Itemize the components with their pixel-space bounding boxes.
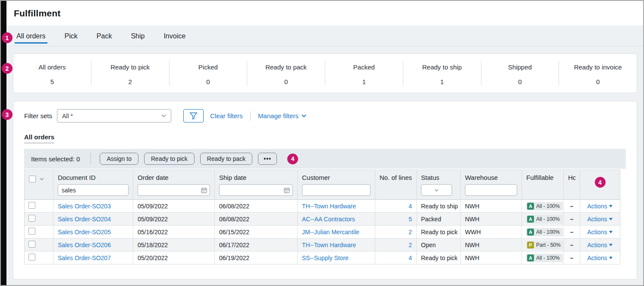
customer-link[interactable]: AC--AA Contractors bbox=[302, 216, 355, 223]
more-actions-button[interactable]: ••• bbox=[258, 153, 277, 165]
kpi-ready-to-pack[interactable]: Ready to pack 0 bbox=[247, 61, 325, 86]
document-id-link[interactable]: Sales Order-SO203 bbox=[58, 203, 111, 210]
row-checkbox[interactable] bbox=[28, 254, 35, 261]
column-header-status[interactable]: Status bbox=[417, 170, 461, 200]
ship-date-filter-input[interactable] bbox=[219, 184, 293, 196]
caret-down-icon bbox=[609, 257, 613, 259]
tab-pick[interactable]: Pick bbox=[64, 32, 79, 46]
kpi-value: 2 bbox=[91, 78, 169, 85]
warehouse-cell: WWH bbox=[461, 226, 522, 239]
warehouse-cell: NWH bbox=[461, 213, 522, 226]
actions-dropdown[interactable]: Actions bbox=[587, 242, 613, 248]
ship-date-cell: 06/08/2022 bbox=[215, 213, 298, 226]
order-date-filter-input[interactable] bbox=[138, 184, 210, 196]
lines-link[interactable]: 2 bbox=[408, 229, 412, 236]
kpi-picked[interactable]: Picked 0 bbox=[169, 61, 247, 86]
customer-link[interactable]: TH--Town Hardware bbox=[302, 203, 356, 210]
customer-link[interactable]: JM--Julian Mercantile bbox=[302, 229, 359, 236]
row-checkbox[interactable] bbox=[28, 241, 35, 248]
ready-to-pick-button[interactable]: Ready to pick bbox=[144, 153, 195, 165]
annotation-badge-4: 4 bbox=[595, 177, 606, 188]
warehouse-filter-input[interactable] bbox=[465, 184, 517, 196]
tab-invoice[interactable]: Invoice bbox=[163, 32, 186, 46]
chevron-down-icon bbox=[161, 114, 166, 117]
caret-down-icon bbox=[609, 218, 613, 220]
chevron-down-icon[interactable] bbox=[40, 178, 44, 180]
calendar-icon[interactable] bbox=[201, 187, 207, 193]
document-id-link[interactable]: Sales Order-SO205 bbox=[58, 229, 111, 236]
row-checkbox[interactable] bbox=[28, 215, 35, 222]
order-date-cell: 05/09/2022 bbox=[133, 200, 215, 213]
kpi-value: 0 bbox=[481, 78, 559, 85]
column-header-warehouse[interactable]: Warehouse bbox=[461, 170, 522, 200]
tab-all-orders[interactable]: All orders bbox=[16, 32, 47, 46]
filter-funnel-button[interactable] bbox=[183, 109, 204, 123]
document-id-link[interactable]: Sales Order-SO207 bbox=[58, 255, 111, 261]
lines-link[interactable]: 2 bbox=[408, 242, 412, 248]
status-cell: Ready to pick bbox=[417, 226, 461, 239]
grid-title-all-orders: All orders bbox=[24, 133, 54, 143]
actions-dropdown[interactable]: Actions bbox=[587, 216, 613, 223]
kpi-packed[interactable]: Packed 1 bbox=[325, 61, 403, 86]
clear-filters-link[interactable]: Clear filters bbox=[210, 112, 243, 119]
actions-dropdown[interactable]: Actions bbox=[587, 203, 613, 210]
column-header-hold[interactable]: Hold bbox=[564, 170, 580, 200]
hold-cell: – bbox=[564, 200, 580, 213]
document-id-link[interactable]: Sales Order-SO206 bbox=[58, 242, 111, 248]
kpi-summary-card: All orders 5 Ready to pick 2 Picked 0 Re… bbox=[13, 53, 637, 93]
page-title: Fulfillment bbox=[14, 8, 60, 19]
assign-to-button[interactable]: Assign to bbox=[100, 153, 138, 165]
hold-cell: – bbox=[564, 213, 580, 226]
manage-filters-label: Manage filters bbox=[258, 112, 298, 119]
table-row: Sales Order-SO204 05/09/2022 06/08/2022 … bbox=[25, 213, 620, 226]
kpi-ready-to-ship[interactable]: Ready to ship 1 bbox=[403, 61, 481, 86]
kpi-value: 0 bbox=[247, 78, 325, 85]
calendar-icon[interactable] bbox=[284, 187, 290, 193]
lines-link[interactable]: 4 bbox=[408, 255, 412, 261]
row-checkbox[interactable] bbox=[28, 228, 35, 235]
manage-filters-link[interactable]: Manage filters bbox=[258, 112, 306, 119]
document-id-filter-input[interactable] bbox=[58, 184, 129, 196]
select-all-checkbox[interactable] bbox=[29, 176, 36, 182]
row-checkbox[interactable] bbox=[28, 202, 35, 209]
kpi-value: 1 bbox=[325, 78, 403, 85]
fulfillment-screen: 1 2 3 Fulfillment All orders Pick Pack S… bbox=[0, 0, 644, 286]
customer-link[interactable]: SS--Supply Store bbox=[302, 255, 349, 261]
column-header-fulfillable[interactable]: Fulfillable bbox=[522, 170, 564, 200]
column-header-customer[interactable]: Customer bbox=[298, 170, 375, 200]
column-header-order-date[interactable]: Order date bbox=[133, 170, 215, 200]
select-all-header bbox=[25, 170, 53, 200]
caret-down-icon bbox=[609, 231, 613, 233]
annotation-badge-1: 1 bbox=[2, 32, 13, 43]
lines-link[interactable]: 5 bbox=[408, 216, 412, 223]
customer-link[interactable]: TH--Town Hardware bbox=[302, 242, 356, 248]
filter-sets-select[interactable]: All * bbox=[57, 109, 171, 123]
column-header-document-id[interactable]: Document ID bbox=[53, 170, 133, 200]
fulfillable-badge: A All - 100% bbox=[526, 202, 563, 211]
kpi-shipped[interactable]: Shipped 0 bbox=[481, 61, 559, 86]
chevron-down-icon bbox=[302, 114, 306, 117]
kpi-all-orders[interactable]: All orders 5 bbox=[13, 61, 91, 86]
status-cell: Packed bbox=[417, 213, 461, 226]
column-header-ship-date[interactable]: Ship date bbox=[215, 170, 298, 200]
actions-dropdown[interactable]: Actions bbox=[587, 255, 613, 261]
items-selected-count: Items selected: 0 bbox=[31, 155, 80, 163]
lines-link[interactable]: 4 bbox=[408, 203, 412, 210]
table-row: Sales Order-SO205 05/16/2022 06/15/2022 … bbox=[25, 226, 620, 239]
customer-filter-input[interactable] bbox=[302, 184, 371, 196]
column-header-no-of-lines[interactable]: No. of lines bbox=[375, 170, 417, 200]
fulfillable-all-icon: A bbox=[527, 216, 534, 223]
status-filter-select[interactable] bbox=[421, 184, 452, 196]
actions-dropdown[interactable]: Actions bbox=[587, 229, 613, 236]
kpi-label: Ready to invoice bbox=[559, 63, 637, 71]
kpi-ready-to-pick[interactable]: Ready to pick 2 bbox=[91, 61, 169, 86]
warehouse-cell: NWH bbox=[461, 239, 522, 251]
tab-pack[interactable]: Pack bbox=[96, 32, 113, 46]
document-id-link[interactable]: Sales Order-SO204 bbox=[58, 216, 111, 223]
annotation-badge-3: 3 bbox=[2, 109, 13, 120]
kpi-ready-to-invoice[interactable]: Ready to invoice 0 bbox=[559, 61, 637, 86]
tab-ship[interactable]: Ship bbox=[130, 32, 145, 46]
ready-to-pack-button[interactable]: Ready to pack bbox=[200, 153, 253, 165]
divider bbox=[91, 153, 91, 164]
order-date-cell: 05/16/2022 bbox=[133, 226, 215, 239]
